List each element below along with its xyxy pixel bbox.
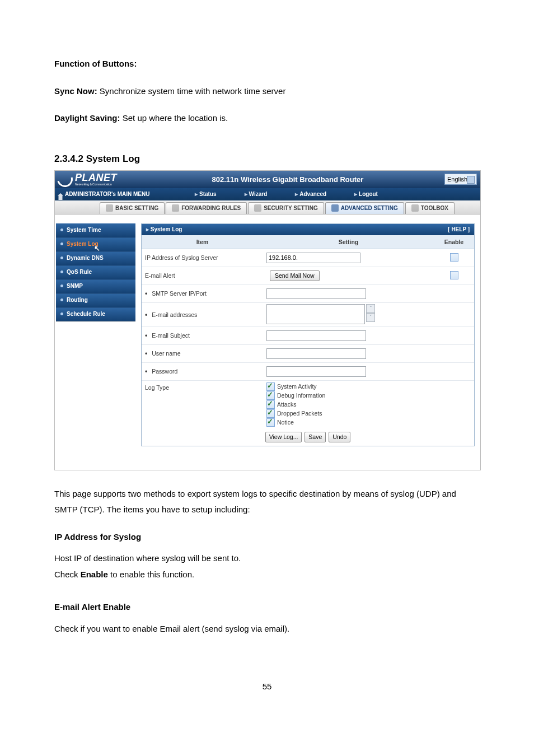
col-enable: Enable bbox=[434, 235, 474, 249]
forwarding-rules-icon bbox=[172, 204, 179, 212]
toolbox-icon bbox=[411, 204, 419, 212]
logtype-system-activity[interactable]: System Activity bbox=[266, 382, 430, 391]
logo-ring-icon bbox=[54, 169, 76, 190]
admin-main-menu-label: ADMINISTRATOR's MAIN MENU bbox=[55, 191, 189, 197]
checkbox-icon bbox=[266, 418, 275, 427]
sync-now-label: Sync Now: bbox=[54, 86, 97, 96]
settings-tab-bar: BASIC SETTING FORWARDING RULES SECURITY … bbox=[55, 200, 480, 214]
tab-label: SECURITY SETTING bbox=[264, 205, 318, 211]
product-title: 802.11n Wireless Gigabit Broadband Route… bbox=[131, 175, 444, 184]
daylight-label: Daylight Saving: bbox=[54, 113, 120, 123]
advanced-setting-icon bbox=[331, 204, 339, 212]
basic-setting-icon bbox=[106, 204, 113, 212]
menubar-link-status[interactable]: Status bbox=[189, 191, 239, 197]
sidebar-item-label: QoS Rule bbox=[67, 269, 92, 275]
tab-label: TOOLBOX bbox=[421, 205, 448, 211]
tab-forwarding-rules[interactable]: FORWARDING RULES bbox=[166, 202, 247, 214]
row-emails-label: E-mail addresses bbox=[142, 302, 263, 326]
undo-button[interactable]: Undo bbox=[329, 432, 350, 442]
col-setting: Setting bbox=[263, 235, 434, 249]
row-logtype-label: Log Type bbox=[142, 380, 263, 428]
ip-syslog-line2c: to enable this function. bbox=[108, 570, 194, 579]
language-select[interactable]: English bbox=[444, 174, 477, 185]
username-input[interactable] bbox=[266, 348, 366, 359]
option-label: Notice bbox=[277, 419, 294, 426]
help-link[interactable]: [ HELP ] bbox=[448, 226, 470, 232]
view-log-button[interactable]: View Log... bbox=[265, 432, 302, 442]
ip-syslog-line2b: Enable bbox=[81, 570, 108, 579]
send-mail-now-button[interactable]: Send Mail Now bbox=[270, 270, 320, 281]
logtype-dropped-packets[interactable]: Dropped Packets bbox=[266, 409, 430, 418]
page-number: 55 bbox=[54, 682, 480, 691]
security-setting-icon bbox=[254, 204, 261, 212]
email-alert-enable-checkbox[interactable] bbox=[450, 271, 458, 279]
tab-label: BASIC SETTING bbox=[115, 205, 158, 211]
sidebar-item-system-log[interactable]: System Log↖ bbox=[56, 237, 135, 251]
email-alert-text: Check if you want to enable Email alert … bbox=[54, 621, 480, 637]
tab-advanced-setting[interactable]: ADVANCED SETTING bbox=[325, 202, 404, 214]
tab-label: FORWARDING RULES bbox=[181, 205, 241, 211]
ip-syslog-line1: Host IP of destination where syslog will… bbox=[54, 550, 480, 567]
option-label: Dropped Packets bbox=[277, 410, 322, 417]
system-log-form: Item Setting Enable IP Address of Syslog… bbox=[142, 235, 474, 446]
planet-logo: PLANET Networking & Communication bbox=[57, 171, 131, 187]
router-admin-screenshot: PLANET Networking & Communication 802.11… bbox=[54, 170, 481, 470]
section-heading-system-log: 2.3.4.2 System Log bbox=[54, 153, 480, 165]
tab-label: ADVANCED SETTING bbox=[341, 205, 398, 211]
sidebar-item-snmp[interactable]: SNMP bbox=[56, 279, 135, 293]
ip-syslog-heading: IP Address for Syslog bbox=[54, 529, 480, 545]
scroll-up-icon[interactable]: ˄ bbox=[366, 304, 375, 313]
sidebar-item-label: SNMP bbox=[67, 283, 83, 289]
sync-now-text: Synchronize system time with network tim… bbox=[97, 86, 286, 96]
syslog-enable-checkbox[interactable] bbox=[450, 253, 458, 262]
logtype-notice[interactable]: Notice bbox=[266, 418, 430, 427]
smtp-input[interactable] bbox=[266, 288, 366, 299]
syslog-ip-input[interactable] bbox=[266, 253, 360, 263]
checkbox-icon bbox=[266, 382, 275, 391]
row-password-label: Password bbox=[142, 362, 263, 380]
row-username-label: User name bbox=[142, 344, 263, 362]
row-smtp-label: SMTP Server IP/Port bbox=[142, 284, 263, 302]
sidebar-item-routing[interactable]: Routing bbox=[56, 293, 135, 307]
scroll-down-icon[interactable]: ˅ bbox=[366, 313, 375, 322]
panel-title: System Log bbox=[146, 226, 182, 232]
col-item: Item bbox=[142, 235, 263, 249]
admin-menubar: ADMINISTRATOR's MAIN MENU Status Wizard … bbox=[55, 188, 480, 200]
sidebar: System Time System Log↖ Dynamic DNS QoS … bbox=[55, 223, 135, 470]
logo-text: PLANET bbox=[75, 172, 117, 183]
sidebar-item-system-time[interactable]: System Time bbox=[56, 223, 135, 237]
checkbox-icon bbox=[266, 400, 275, 409]
sidebar-item-schedule-rule[interactable]: Schedule Rule bbox=[56, 307, 135, 321]
sync-now-line: Sync Now: Synchronize system time with n… bbox=[54, 83, 480, 100]
logtype-attacks[interactable]: Attacks bbox=[266, 400, 430, 409]
sidebar-item-qos-rule[interactable]: QoS Rule bbox=[56, 265, 135, 279]
logo-subtext: Networking & Communication bbox=[75, 183, 117, 186]
email-alert-heading: E-mail Alert Enable bbox=[54, 599, 480, 615]
ip-syslog-line2a: Check bbox=[54, 570, 81, 579]
tab-toolbox[interactable]: TOOLBOX bbox=[405, 202, 455, 214]
sidebar-item-label: Dynamic DNS bbox=[67, 255, 104, 261]
checkbox-icon bbox=[266, 409, 275, 418]
function-of-buttons-heading: Function of Buttons: bbox=[54, 56, 480, 72]
daylight-text: Set up where the location is. bbox=[120, 113, 228, 123]
emails-textarea[interactable] bbox=[266, 304, 365, 324]
save-button[interactable]: Save bbox=[305, 432, 326, 442]
daylight-saving-line: Daylight Saving: Set up where the locati… bbox=[54, 110, 480, 127]
language-value: English bbox=[447, 176, 467, 183]
sidebar-item-label: Schedule Rule bbox=[67, 311, 105, 317]
sidebar-item-dynamic-dns[interactable]: Dynamic DNS bbox=[56, 251, 135, 265]
sidebar-item-label: Routing bbox=[67, 297, 88, 303]
row-email-alert-label: E-mail Alert bbox=[142, 267, 263, 284]
menubar-link-logout[interactable]: Logout bbox=[349, 191, 400, 197]
tab-security-setting[interactable]: SECURITY SETTING bbox=[248, 202, 324, 214]
tab-basic-setting[interactable]: BASIC SETTING bbox=[100, 202, 165, 214]
chevron-down-icon bbox=[470, 178, 473, 180]
log-type-options: System Activity Debug Information Attack… bbox=[266, 382, 430, 427]
subject-input[interactable] bbox=[266, 330, 366, 341]
password-input[interactable] bbox=[266, 366, 366, 377]
menubar-link-advanced[interactable]: Advanced bbox=[289, 191, 349, 197]
menubar-link-wizard[interactable]: Wizard bbox=[239, 191, 290, 197]
option-label: System Activity bbox=[277, 383, 317, 390]
sidebar-item-label: System Time bbox=[67, 227, 101, 233]
logtype-debug-information[interactable]: Debug Information bbox=[266, 391, 430, 400]
